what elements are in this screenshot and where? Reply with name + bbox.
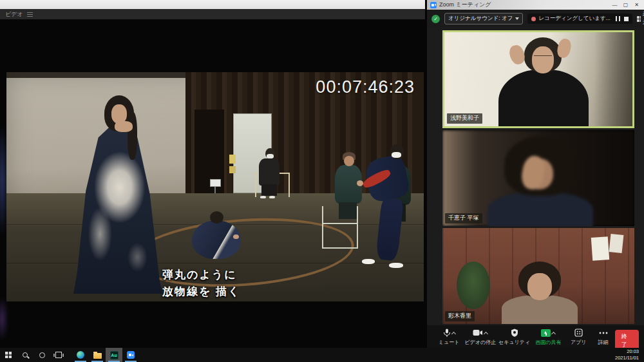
- shared-video: 00:07:46:23 弾丸のように 放物線を 描く: [6, 72, 424, 301]
- security-shield-icon: [511, 329, 518, 337]
- edge-icon: [77, 351, 84, 359]
- zoom-app-icon: [430, 2, 437, 8]
- clock-date: 2021/11/01: [615, 355, 639, 361]
- zoom-icon: [127, 351, 135, 359]
- start-button[interactable]: [0, 348, 17, 362]
- performer-hands: [115, 121, 133, 132]
- security-label: セキュリティ: [498, 339, 530, 346]
- search-icon: [23, 352, 28, 357]
- scene-sticky-note: [229, 166, 236, 173]
- close-button[interactable]: ✕: [631, 1, 642, 9]
- participant-tile[interactable]: 彩木香里: [442, 228, 634, 324]
- zoom-titlebar[interactable]: Zoom ミーティング — ▢ ✕: [427, 0, 644, 10]
- microphone-icon: [443, 329, 451, 338]
- cortana-icon: [39, 352, 45, 358]
- performer-signing-figure: [73, 128, 162, 294]
- participant-strip: 浅野美和子 千恵子 平塚: [442, 30, 634, 324]
- subtitle-line: 弾丸のように: [162, 267, 241, 283]
- participant-video: [442, 130, 634, 226]
- view-button[interactable]: 表示: [637, 10, 644, 27]
- video-panel-tab[interactable]: ビデオ: [5, 10, 23, 19]
- original-sound-label: オリジナルサウンド: オフ: [448, 15, 513, 23]
- performer-hair: [128, 112, 137, 160]
- apps-button[interactable]: アプリ: [565, 328, 591, 346]
- desktop: ビデオ: [0, 0, 644, 362]
- taskbar-clock[interactable]: 20:03 2021/11/01: [615, 348, 644, 361]
- participant-name: 浅野美和子: [447, 113, 482, 124]
- panel-menu-icon[interactable]: [27, 12, 33, 17]
- taskbar-edge-button[interactable]: [72, 348, 89, 362]
- crouching-figure-hand: [233, 234, 239, 239]
- crouching-figure: [192, 220, 241, 259]
- stop-recording-button[interactable]: [624, 17, 629, 21]
- editor-titlebar: [0, 0, 425, 9]
- video-timecode: 00:07:46:23: [316, 77, 415, 97]
- folder-icon: [93, 353, 102, 359]
- mute-label: ミュート: [439, 339, 460, 346]
- stop-video-button[interactable]: ビデオの停止: [463, 328, 498, 346]
- editor-video-panel-header: ビデオ: [0, 9, 425, 19]
- mute-button[interactable]: ミュート: [435, 328, 463, 346]
- scene-camera: [210, 179, 221, 187]
- share-screen-icon: [541, 329, 551, 337]
- minimize-button[interactable]: —: [609, 1, 620, 9]
- shoe: [260, 196, 266, 198]
- video-subtitles: 弾丸のように 放物線を 描く: [162, 267, 241, 301]
- taskbar-audition-button[interactable]: Au: [106, 348, 122, 362]
- video-camera-icon: [473, 329, 483, 336]
- taskbar-zoom-button[interactable]: [122, 348, 139, 362]
- screen-glow: [0, 296, 8, 341]
- participant-tile[interactable]: 浅野美和子: [442, 30, 634, 128]
- recording-dot-icon: [531, 17, 536, 21]
- more-dots-icon: [599, 332, 608, 334]
- taskbar-search-button[interactable]: [17, 348, 33, 362]
- maximize-button[interactable]: ▢: [620, 1, 631, 9]
- more-button[interactable]: 詳細: [591, 328, 614, 346]
- gallery-view-icon: [637, 16, 641, 22]
- security-button[interactable]: セキュリティ: [498, 328, 531, 346]
- share-menu-chevron[interactable]: [551, 331, 556, 336]
- task-view-button[interactable]: [50, 348, 67, 362]
- recording-indicator: レコーディングしています...: [527, 14, 632, 24]
- taskbar-explorer-button[interactable]: [89, 348, 106, 362]
- shoe: [269, 196, 275, 198]
- meeting-control-bar: ミュート ビデオの停止 セ: [427, 325, 644, 348]
- seated-figure-legs: [261, 184, 277, 196]
- share-screen-button[interactable]: 画面の共有: [531, 328, 565, 346]
- encryption-shield-icon[interactable]: ✓: [431, 15, 440, 23]
- zoom-window-title: Zoom ミーティング: [439, 1, 491, 9]
- meeting-info-bar: ✓ オリジナルサウンド: オフ レコーディングしています... 表示: [427, 10, 644, 28]
- seated-figure-head: [344, 156, 354, 166]
- scene-sticky-note: [229, 155, 236, 164]
- crouching-figure-head: [210, 211, 223, 224]
- share-screen-label: 画面の共有: [535, 339, 561, 346]
- windows-logo-icon: [5, 352, 12, 358]
- athlete-figure-hand: [357, 180, 363, 186]
- participant-tile[interactable]: 千恵子 平塚: [442, 130, 634, 226]
- face-mask: [392, 152, 401, 158]
- participant-name: 千恵子 平塚: [445, 213, 482, 224]
- participant-name: 彩木香里: [445, 311, 475, 321]
- audition-icon: Au: [110, 351, 118, 359]
- zoom-window: Zoom ミーティング — ▢ ✕ ✓ オリジナルサウンド: オフ レコーディン…: [427, 0, 644, 348]
- recording-label: レコーディングしています...: [538, 15, 610, 23]
- clock-time: 20:03: [615, 348, 639, 355]
- cortana-button[interactable]: [33, 348, 50, 362]
- stop-video-label: ビデオの停止: [465, 339, 497, 346]
- seated-figure-legs: [339, 202, 357, 219]
- face-mask: [267, 154, 274, 158]
- seated-figure-center: [259, 158, 279, 186]
- video-menu-chevron[interactable]: [484, 331, 488, 336]
- participant-video: [444, 32, 632, 126]
- apps-label: アプリ: [571, 339, 587, 346]
- pause-recording-button[interactable]: [616, 16, 620, 21]
- more-label: 詳細: [598, 339, 609, 346]
- subtitle-line: 放物線を 描く: [162, 283, 241, 300]
- windows-taskbar: Au 20:03 2021/11/01: [0, 348, 644, 362]
- task-view-icon: [55, 352, 62, 358]
- shoe: [362, 259, 375, 264]
- original-sound-button[interactable]: オリジナルサウンド: オフ: [444, 13, 523, 24]
- shoe: [389, 263, 403, 268]
- mute-menu-chevron[interactable]: [451, 331, 455, 336]
- participant-video: [442, 228, 634, 324]
